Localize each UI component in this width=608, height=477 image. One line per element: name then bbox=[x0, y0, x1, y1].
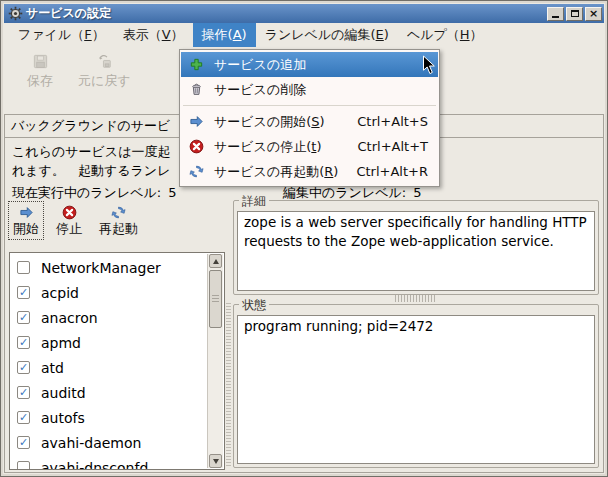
service-name: atd bbox=[41, 360, 64, 376]
accel-restart: Ctrl+Alt+R bbox=[356, 164, 428, 179]
service-name: auditd bbox=[41, 385, 86, 401]
current-runlevel: 現在実行中のランレベル:5 bbox=[12, 184, 177, 202]
window-title: サービスの設定 bbox=[26, 4, 545, 23]
revert-icon bbox=[97, 54, 112, 69]
service-name: avahi-dnsconfd bbox=[41, 460, 148, 471]
service-checkbox[interactable] bbox=[17, 461, 30, 470]
service-checkbox[interactable]: ✓ bbox=[17, 286, 30, 299]
minimize-icon bbox=[552, 16, 559, 18]
scroll-up-button[interactable] bbox=[209, 254, 222, 268]
add-plus-icon bbox=[189, 57, 204, 72]
service-checkbox[interactable]: ✓ bbox=[17, 311, 30, 324]
details-text: zope is a web server specifically for ha… bbox=[237, 211, 595, 291]
service-row[interactable]: ✓acpid bbox=[10, 280, 224, 305]
menubar: ファイル（F） 表示（V） 操作(A) ランレベルの編集(E) ヘルプ（H） bbox=[4, 23, 604, 47]
maximize-icon bbox=[571, 10, 579, 17]
service-row[interactable]: avahi-dnsconfd bbox=[10, 455, 224, 470]
action-buttons: 開始 停止 再起動 bbox=[9, 202, 142, 239]
vertical-pane-grip[interactable] bbox=[226, 303, 231, 468]
service-name: autofs bbox=[41, 410, 85, 426]
service-list[interactable]: NetworkManager ✓acpid ✓anacron ✓apmd ✓at… bbox=[9, 252, 225, 470]
service-row[interactable]: ✓apmd bbox=[10, 330, 224, 355]
save-label: 保存 bbox=[27, 72, 53, 90]
restart-label: 再起動 bbox=[99, 220, 138, 238]
menu-item-restart-service[interactable]: サービスの再起動(R) Ctrl+Alt+R bbox=[181, 159, 438, 184]
service-name: NetworkManager bbox=[41, 260, 161, 276]
list-scrollbar[interactable] bbox=[207, 254, 223, 468]
splitter-grip[interactable] bbox=[395, 295, 437, 302]
scrollbar-thumb[interactable] bbox=[209, 270, 222, 328]
menu-separator bbox=[183, 105, 436, 106]
status-frame: 状態 program running; pid=2472 bbox=[233, 304, 599, 468]
start-button[interactable]: 開始 bbox=[9, 202, 43, 239]
service-checkbox[interactable] bbox=[17, 261, 30, 274]
menu-item-stop-service[interactable]: サービスの停止(t) Ctrl+Alt+T bbox=[181, 134, 438, 159]
revert-button[interactable]: 元に戻す bbox=[78, 54, 131, 113]
menu-item-start-service[interactable]: サービスの開始(S) Ctrl+Alt+S bbox=[181, 109, 438, 134]
maximize-button[interactable] bbox=[566, 7, 583, 21]
menu-help[interactable]: ヘルプ（H） bbox=[398, 23, 492, 47]
editing-runlevel-value: 5 bbox=[413, 185, 421, 200]
minimize-button[interactable] bbox=[547, 7, 564, 21]
save-floppy-icon bbox=[33, 54, 48, 69]
restart-icon bbox=[189, 164, 204, 179]
service-settings-window: サービスの設定 × ファイル（F） 表示（V） 操作(A) ランレベルの編集(E… bbox=[0, 0, 608, 477]
menu-edit-runlevel[interactable]: ランレベルの編集(E) bbox=[256, 23, 398, 47]
start-label: 開始 bbox=[13, 220, 39, 238]
scroll-down-button[interactable] bbox=[209, 454, 222, 468]
menu-file[interactable]: ファイル（F） bbox=[9, 23, 114, 47]
close-button[interactable]: × bbox=[585, 7, 602, 21]
service-checkbox[interactable]: ✓ bbox=[17, 436, 30, 449]
start-arrow-icon bbox=[19, 205, 34, 220]
trash-icon bbox=[189, 82, 204, 97]
current-runlevel-value: 5 bbox=[168, 185, 176, 200]
restart-button[interactable]: 再起動 bbox=[95, 202, 142, 239]
close-icon: × bbox=[589, 8, 598, 19]
description-text: これらのサービスは一度起れます。 起動するランレ bbox=[12, 142, 170, 180]
stop-label: 停止 bbox=[56, 220, 82, 238]
status-text: program running; pid=2472 bbox=[237, 315, 595, 464]
details-frame: 詳細 zope is a web server specifically for… bbox=[233, 200, 599, 295]
revert-label: 元に戻す bbox=[78, 72, 131, 90]
status-legend: 状態 bbox=[239, 297, 269, 314]
save-button[interactable]: 保存 bbox=[18, 54, 62, 113]
stop-button[interactable]: 停止 bbox=[52, 202, 86, 239]
mouse-cursor bbox=[422, 55, 436, 75]
accel-stop: Ctrl+Alt+T bbox=[358, 139, 428, 154]
service-checkbox[interactable]: ✓ bbox=[17, 361, 30, 374]
actions-menu-popup: サービスの追加 サービスの削除 サービスの開始(S) Ctrl+Alt+S bbox=[179, 49, 440, 187]
restart-icon bbox=[111, 205, 126, 220]
service-row[interactable]: ✓anacron bbox=[10, 305, 224, 330]
service-name: anacron bbox=[41, 310, 98, 326]
service-row[interactable]: ✓avahi-daemon bbox=[10, 430, 224, 455]
service-row[interactable]: NetworkManager bbox=[10, 255, 224, 280]
service-checkbox[interactable]: ✓ bbox=[17, 411, 30, 424]
menu-actions[interactable]: 操作(A) bbox=[193, 23, 256, 47]
service-checkbox[interactable]: ✓ bbox=[17, 386, 30, 399]
details-legend: 詳細 bbox=[239, 193, 269, 210]
arrow-down-icon bbox=[213, 459, 219, 464]
start-arrow-icon bbox=[189, 114, 204, 129]
service-row[interactable]: ✓auditd bbox=[10, 380, 224, 405]
arrow-up-icon bbox=[213, 259, 219, 264]
service-name: acpid bbox=[41, 285, 79, 301]
service-name: avahi-daemon bbox=[41, 435, 141, 451]
service-name: apmd bbox=[41, 335, 81, 351]
menu-item-add-service[interactable]: サービスの追加 bbox=[181, 52, 438, 77]
stop-icon bbox=[62, 205, 77, 220]
menu-item-delete-service[interactable]: サービスの削除 bbox=[181, 77, 438, 102]
service-checkbox[interactable]: ✓ bbox=[17, 336, 30, 349]
accel-start: Ctrl+Alt+S bbox=[357, 114, 428, 129]
services-gear-icon bbox=[8, 6, 23, 21]
menu-view[interactable]: 表示（V） bbox=[114, 23, 193, 47]
stop-icon bbox=[189, 139, 204, 154]
titlebar[interactable]: サービスの設定 × bbox=[4, 4, 604, 23]
service-row[interactable]: ✓autofs bbox=[10, 405, 224, 430]
service-row[interactable]: ✓atd bbox=[10, 355, 224, 380]
